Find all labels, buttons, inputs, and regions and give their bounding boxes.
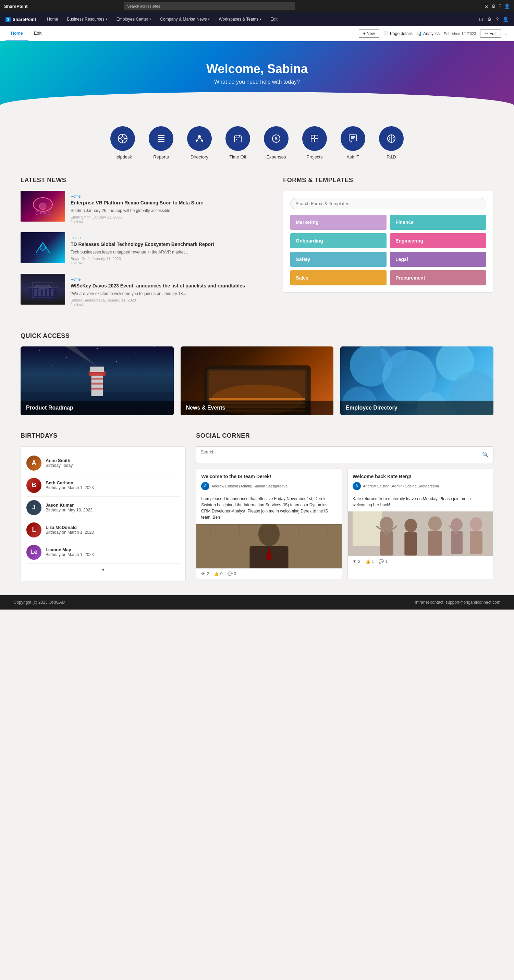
birthday-beth[interactable]: B Beth Carlson Birthday on March 1, 2023 — [26, 474, 180, 497]
kate-views: 👁 2 — [352, 559, 360, 564]
birthday-chevron-down[interactable]: ▾ — [26, 563, 180, 576]
nav-reports[interactable]: Reports — [149, 126, 173, 159]
icon-help: ? — [496, 16, 498, 22]
news-item-1[interactable]: Home Enterprise VR Platform Remio Coming… — [21, 191, 273, 227]
birthday-info-leanne: Leanne May Birthday on March 1, 2023 — [46, 547, 94, 557]
news-meta-2: Bryan Croft, January 11, 2023 — [71, 256, 268, 261]
tag-legal[interactable]: Legal — [390, 252, 486, 267]
projects-label: Projects — [307, 154, 323, 159]
analytics-button[interactable]: 📊 Analytics — [417, 31, 439, 36]
svg-point-56 — [116, 361, 116, 362]
birthdays-section: BIRTHDAYS A Anne Smith Birthday Today B … — [21, 432, 186, 581]
browser-icon-user: 👤 — [504, 3, 510, 9]
svg-point-11 — [196, 140, 198, 142]
svg-point-105 — [470, 517, 482, 531]
news-item-3[interactable]: Home WISeKey Davos 2023 Event: announces… — [21, 274, 273, 310]
nav-timeoff[interactable]: Time Off — [225, 126, 250, 159]
search-forms-input[interactable] — [290, 198, 486, 209]
nav-workspaces[interactable]: Workspaces & Teams▾ — [214, 12, 266, 26]
sp-logo: S SharePoint — [5, 17, 36, 22]
svg-rect-25 — [315, 139, 318, 142]
nav-home[interactable]: Home — [43, 12, 62, 26]
derek-likes[interactable]: 👍 0 — [214, 571, 223, 576]
timeoff-icon — [225, 126, 250, 151]
social-title-kate: Welcome back Kate Berg! — [352, 474, 488, 479]
svg-rect-46 — [43, 289, 45, 296]
nav-expenses[interactable]: $ Expenses — [264, 126, 289, 159]
svg-rect-63 — [92, 383, 103, 385]
address-bar[interactable]: Search across sites — [124, 2, 295, 10]
news-content-1: Home Enterprise VR Platform Remio Coming… — [71, 191, 273, 227]
kate-likes[interactable]: 👍 1 — [365, 559, 374, 564]
edit-button[interactable]: ✏ Edit — [480, 30, 501, 38]
tag-finance[interactable]: Finance — [390, 215, 486, 230]
svg-rect-96 — [352, 511, 382, 546]
published-info: Published 1/4/2023 — [444, 32, 476, 36]
social-header-derek: Welcome to the IS team Derek! A Andrew C… — [196, 469, 342, 496]
nav-employee[interactable]: Employee Center▾ — [113, 12, 155, 26]
news-item-2[interactable]: Home TD Releases Global Technology Ecosy… — [21, 232, 273, 268]
roadmap-label: Product Roadmap — [21, 401, 174, 415]
forms-title: FORMS & TEMPLATES — [283, 177, 493, 184]
timeoff-label: Time Off — [229, 154, 246, 159]
avatar-beth: B — [26, 478, 41, 493]
like-icon: 👍 — [214, 571, 219, 576]
bottom-section: BIRTHDAYS A Anne Smith Birthday Today B … — [0, 429, 514, 595]
svg-rect-58 — [92, 373, 103, 396]
hero-title: Welcome, Sabina — [7, 62, 507, 76]
social-author-kate: Andrew Calston (Admin) Sabina Saetgareev… — [363, 484, 439, 488]
birthday-leanne[interactable]: Le Leanne May Birthday on March 1, 2023 — [26, 541, 180, 563]
footer: Copyright (c) 2023 ORIGAMI intranet cont… — [0, 595, 514, 609]
page-details-button[interactable]: 📄 Page details — [384, 31, 412, 36]
qa-card-directory[interactable]: Employee Directory — [340, 347, 493, 415]
projects-icon — [302, 126, 327, 151]
social-text-derek: I am pleased to announce that effective … — [196, 496, 342, 524]
new-button[interactable]: + New — [359, 30, 379, 38]
qa-card-roadmap[interactable]: Product Roadmap — [21, 347, 174, 415]
birthday-name-liza: Liza McDonald — [46, 525, 94, 530]
derek-comments[interactable]: 💬 0 — [227, 571, 236, 576]
more-options[interactable]: ... — [505, 31, 509, 36]
social-image-derek — [196, 524, 342, 568]
qa-card-news[interactable]: News & Events — [181, 347, 334, 415]
tab-edit[interactable]: Edit — [29, 26, 47, 41]
svg-rect-26 — [349, 135, 357, 141]
birthday-jason[interactable]: J Jason Kumar Birthday on May 19, 2023 — [26, 497, 180, 519]
news-meta-1: Emily Smith, January 11, 2023 — [71, 215, 268, 219]
svg-rect-6 — [158, 135, 165, 136]
nav-rd[interactable]: R&D — [379, 126, 404, 159]
nav-company[interactable]: Company & Market News▾ — [156, 12, 214, 26]
nav-helpdesk[interactable]: Helpdesk — [110, 126, 135, 159]
nav-edit[interactable]: Edit — [266, 12, 282, 26]
nav-directory[interactable]: Directory — [187, 126, 212, 159]
tag-sales[interactable]: Sales — [290, 270, 387, 285]
svg-rect-64 — [92, 388, 103, 390]
tab-home[interactable]: Home — [5, 26, 29, 41]
news-thumb-3 — [21, 274, 65, 305]
sp-logo-icon: S — [5, 17, 11, 22]
birthday-date-anne: Birthday Today — [46, 463, 73, 468]
nav-projects[interactable]: Projects — [302, 126, 327, 159]
birthday-liza[interactable]: L Liza McDonald Birthday on March 1, 202… — [26, 519, 180, 541]
tag-onboarding[interactable]: Onboarding — [290, 233, 387, 248]
news-title-2: TD Releases Global Technology Ecosystem … — [71, 241, 268, 247]
svg-marker-28 — [351, 141, 352, 143]
forms-box: Marketing Finance Onboarding Engineering… — [283, 191, 493, 293]
quick-access-section: QUICK ACCESS — [0, 329, 514, 429]
nav-askit[interactable]: Ask IT — [341, 126, 365, 159]
birthday-date-leanne: Birthday on March 1, 2023 — [46, 552, 94, 557]
page-tabs: Home Edit — [5, 26, 47, 41]
social-search-input[interactable] — [200, 447, 479, 457]
tag-procurement[interactable]: Procurement — [390, 270, 486, 285]
browser-icon-3: ? — [498, 3, 501, 9]
kate-comments[interactable]: 💬 1 — [379, 559, 387, 564]
svg-marker-61 — [59, 347, 97, 367]
tag-engineering[interactable]: Engineering — [390, 233, 486, 248]
birthday-anne[interactable]: A Anne Smith Birthday Today — [26, 452, 180, 474]
news-views-2: 4 views — [71, 261, 268, 265]
tag-safety[interactable]: Safety — [290, 252, 387, 267]
news-meta-3: Sabina Saetgareeva, January 11, 2023 — [71, 298, 268, 302]
nav-business[interactable]: Business Resources▾ — [63, 12, 111, 26]
tag-marketing[interactable]: Marketing — [290, 215, 387, 230]
birthday-name-beth: Beth Carlson — [46, 480, 94, 485]
